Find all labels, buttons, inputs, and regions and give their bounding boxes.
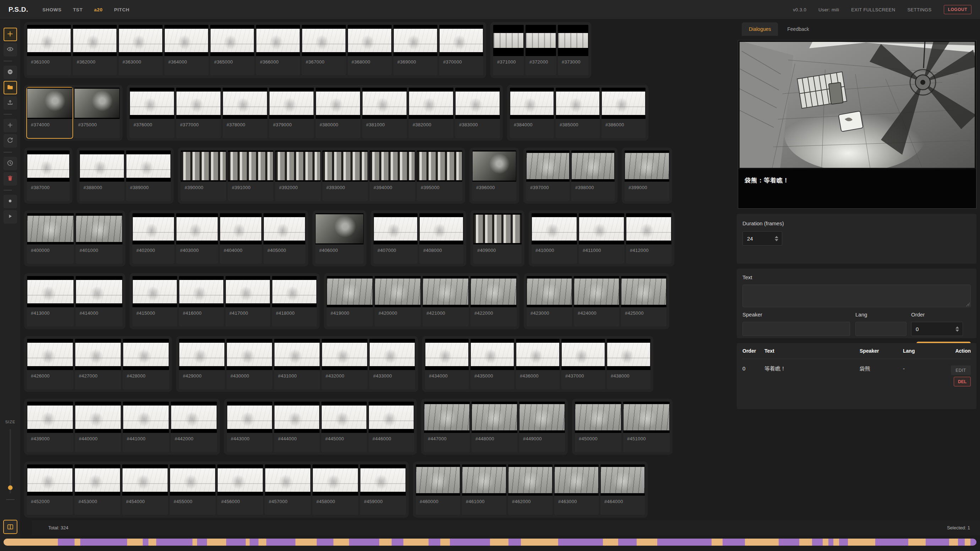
stepper-down-icon[interactable] bbox=[775, 239, 778, 241]
panel-cell[interactable]: #383000 bbox=[455, 87, 500, 138]
panel-cell[interactable]: #371000 bbox=[493, 25, 524, 75]
panel-cell[interactable]: #412000 bbox=[626, 213, 671, 264]
panel-cell[interactable]: #419000 bbox=[327, 276, 373, 326]
panel-cell[interactable]: #450000 bbox=[575, 402, 621, 452]
panel-cell[interactable]: #454000 bbox=[122, 464, 168, 515]
panel-cell[interactable]: #461000 bbox=[462, 464, 506, 515]
panel-cell[interactable]: #441000 bbox=[123, 402, 169, 452]
panel-cell[interactable]: #399000 bbox=[625, 151, 669, 201]
panel-cell[interactable]: #363000 bbox=[119, 25, 162, 75]
timeline-segment[interactable] bbox=[317, 538, 333, 546]
timeline-segment[interactable] bbox=[429, 538, 440, 546]
panel-cell[interactable]: #396000 bbox=[472, 151, 516, 201]
panel-cell[interactable]: #413000 bbox=[27, 276, 74, 326]
add-button[interactable] bbox=[3, 119, 17, 132]
panel-cell[interactable]: #397000 bbox=[526, 151, 570, 201]
panel-cell[interactable]: #438000 bbox=[607, 339, 651, 389]
nav-a20[interactable]: a20 bbox=[94, 7, 103, 13]
panel-cell[interactable]: #442000 bbox=[171, 402, 217, 452]
panel-cell[interactable]: #415000 bbox=[132, 276, 177, 326]
panel-cell[interactable]: #384000 bbox=[510, 87, 554, 138]
panel-cell[interactable]: #421000 bbox=[423, 276, 469, 326]
timeline-segment[interactable] bbox=[618, 538, 636, 546]
panel-cell[interactable]: #380000 bbox=[316, 87, 360, 138]
panel-cell[interactable]: #430000 bbox=[226, 339, 272, 389]
panel-cell[interactable]: #459000 bbox=[360, 464, 406, 515]
duration-input[interactable]: 24 bbox=[743, 231, 782, 246]
timeline-segment[interactable] bbox=[192, 538, 197, 546]
panel-cell[interactable]: #420000 bbox=[375, 276, 421, 326]
panel-cell[interactable]: #463000 bbox=[554, 464, 599, 515]
panel-cell[interactable]: #366000 bbox=[256, 25, 300, 75]
timeline-segment[interactable] bbox=[75, 538, 80, 546]
panel-cell[interactable]: #382000 bbox=[409, 87, 453, 138]
play-button[interactable] bbox=[3, 210, 17, 224]
timeline-segment[interactable] bbox=[226, 538, 246, 546]
timeline-segment[interactable] bbox=[440, 538, 450, 546]
edit-dialogue-button[interactable]: EDIT bbox=[951, 365, 971, 375]
folder-button[interactable] bbox=[3, 81, 17, 94]
resize-handle-icon[interactable] bbox=[966, 303, 970, 306]
panel-cell[interactable]: #436000 bbox=[516, 339, 560, 389]
order-input[interactable]: 0 bbox=[911, 322, 963, 336]
panel-cell[interactable]: #368000 bbox=[348, 25, 391, 75]
panel-cell[interactable]: #378000 bbox=[223, 87, 267, 138]
size-slider-handle[interactable] bbox=[8, 485, 13, 490]
panel-cell[interactable]: #392000 bbox=[275, 151, 321, 201]
timeline-segment[interactable] bbox=[148, 538, 156, 546]
timeline-segment[interactable] bbox=[296, 538, 317, 546]
panel-cell[interactable]: #379000 bbox=[269, 87, 314, 138]
panel-cell[interactable]: #426000 bbox=[27, 339, 73, 389]
stepper-down-icon[interactable] bbox=[956, 330, 959, 332]
panel-cell[interactable]: #393000 bbox=[322, 151, 368, 201]
delete-button[interactable] bbox=[3, 172, 17, 186]
nav-pitch[interactable]: PITCH bbox=[114, 7, 130, 13]
dialogue-text-input[interactable] bbox=[743, 285, 970, 307]
panel-cell[interactable]: #394000 bbox=[370, 151, 415, 201]
panel-cell[interactable]: #391000 bbox=[228, 151, 274, 201]
panel-cell[interactable]: #425000 bbox=[621, 276, 667, 326]
timeline-segment[interactable] bbox=[657, 538, 711, 546]
timeline-segment[interactable] bbox=[490, 538, 509, 546]
panel-cell[interactable]: #446000 bbox=[369, 402, 414, 452]
panel-cell[interactable]: #377000 bbox=[176, 87, 221, 138]
timeline-segment[interactable] bbox=[246, 538, 250, 546]
panel-cell[interactable]: #395000 bbox=[417, 151, 462, 201]
timeline-segment[interactable] bbox=[127, 538, 143, 546]
timeline-segment[interactable] bbox=[558, 538, 603, 546]
panel-cell[interactable]: #405000 bbox=[264, 213, 305, 264]
columns-view-button[interactable] bbox=[3, 520, 18, 534]
panel-cell[interactable]: #448000 bbox=[471, 402, 517, 452]
panel-cell[interactable]: #422000 bbox=[471, 276, 517, 326]
lang-input[interactable] bbox=[856, 322, 906, 336]
panel-cell[interactable]: #370000 bbox=[439, 25, 483, 75]
panel-cell[interactable]: #373000 bbox=[558, 25, 589, 75]
size-slider[interactable] bbox=[10, 429, 11, 494]
panel-cell[interactable]: #362000 bbox=[73, 25, 117, 75]
settings-button[interactable]: SETTINGS bbox=[907, 7, 931, 13]
panel-cell[interactable]: #447000 bbox=[424, 402, 470, 452]
panel-cell[interactable]: #427000 bbox=[75, 339, 121, 389]
panel-cell[interactable]: #432000 bbox=[322, 339, 368, 389]
timeline-segment[interactable] bbox=[143, 538, 148, 546]
panel-cell[interactable]: #400000 bbox=[27, 213, 74, 264]
stepper-up-icon[interactable] bbox=[775, 236, 778, 238]
panel-cell[interactable]: #385000 bbox=[556, 87, 600, 138]
panel-cell[interactable]: #443000 bbox=[227, 402, 272, 452]
panel-cell[interactable]: #417000 bbox=[226, 276, 270, 326]
refresh-button[interactable] bbox=[3, 134, 17, 148]
timeline-segment[interactable] bbox=[509, 538, 521, 546]
speaker-input[interactable] bbox=[743, 322, 850, 336]
panel-cell[interactable]: #410000 bbox=[531, 213, 577, 264]
panel-cell[interactable]: #406000 bbox=[315, 213, 364, 264]
stepper-up-icon[interactable] bbox=[956, 326, 959, 329]
panel-cell[interactable]: #403000 bbox=[176, 213, 218, 264]
panel-cell[interactable]: #433000 bbox=[369, 339, 415, 389]
delete-dialogue-button[interactable]: DEL bbox=[954, 377, 971, 386]
panel-cell[interactable]: #388000 bbox=[80, 151, 124, 201]
panel-cell[interactable]: #390000 bbox=[181, 151, 226, 201]
timeline-segment[interactable] bbox=[379, 538, 392, 546]
timeline-segment[interactable] bbox=[197, 538, 207, 546]
panel-cell[interactable]: #409000 bbox=[473, 213, 522, 264]
panel-cell[interactable]: #445000 bbox=[321, 402, 367, 452]
